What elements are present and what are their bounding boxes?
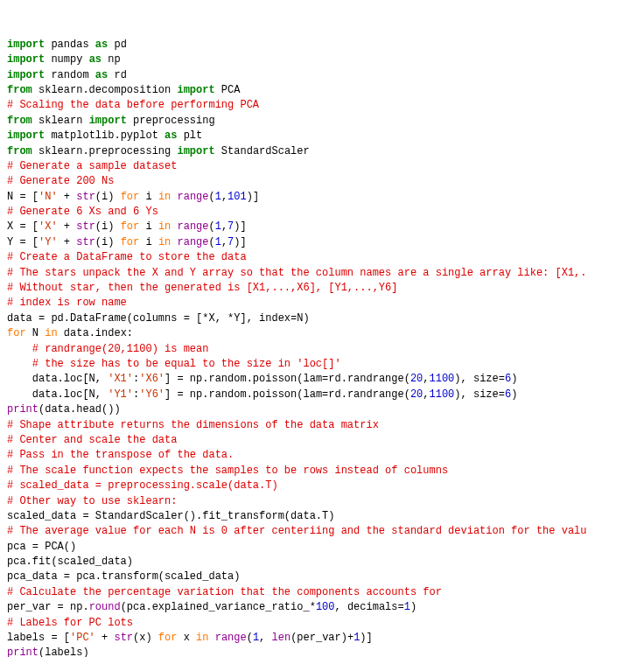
code-line: data = pd.DataFrame(columns = [*X, *Y], … [7,311,637,326]
code-line: from sklearn.preprocessing import Standa… [7,144,637,159]
code-comment: # The average value for each N is 0 afte… [7,524,637,539]
code-comment: # Labels for PC lots [7,616,637,631]
code-line: X = ['X' + str(i) for i in range(1,7)] [7,220,637,234]
code-line: from sklearn import preprocessing [7,114,637,129]
code-line: N = ['N' + str(i) for i in range(1,101)] [7,190,637,205]
code-comment: # Pass in the transpose of the data. [7,448,637,463]
code-line: import random as rd [7,68,637,83]
code-comment: # The scale function expects the samples… [7,464,637,479]
code-line: Y = ['Y' + str(i) for i in range(1,7)] [7,235,637,250]
code-comment: # the size has to be equal to the size i… [7,357,637,372]
code-line: import matplotlib.pyplot as plt [7,129,637,143]
code-comment: # Without star, then the generated is [X… [7,281,637,296]
code-comment: # Other way to use sklearn: [7,494,637,509]
code-comment: # Create a DataFrame to store the data [7,250,637,265]
code-comment: # Scaling the data before performing PCA [7,98,637,113]
code-line: data.loc[N, 'X1':'X6'] = np.random.poiss… [7,372,637,387]
code-line: pca_data = pca.transform(scaled_data) [7,570,637,584]
code-comment: # Center and scale the data [7,433,637,448]
code-comment: # Generate a sample dataset [7,159,637,174]
code-line: scaled_data = StandardScaler().fit_trans… [7,509,637,524]
code-comment: # Generate 200 Ns [7,174,637,189]
code-line: for N in data.index: [7,326,637,341]
code-comment: # index is row name [7,296,637,311]
code-comment: # scaled_data = preprocessing.scale(data… [7,479,637,493]
code-line: import numpy as np [7,52,637,67]
code-line: print(labels) [7,646,637,657]
code-line: import pandas as pd [7,38,637,52]
code-comment: # The stars unpack the X and Y array so … [7,266,637,281]
code-line: from sklearn.decomposition import PCA [7,83,637,98]
code-line: print(data.head()) [7,402,637,417]
code-comment: # Calculate the percentage variation tha… [7,585,637,600]
code-comment: # Generate 6 Xs and 6 Ys [7,205,637,220]
code-comment: # Shape attribute returns the dimensions… [7,418,637,433]
code-line: pca = PCA() [7,540,637,555]
code-line: pca.fit(scaled_data) [7,555,637,570]
code-line: per_var = np.round(pca.explained_varianc… [7,600,637,615]
code-block: import pandas as pdimport numpy as npimp… [7,38,637,657]
code-line: labels = ['PC' + str(x) for x in range(1… [7,631,637,646]
code-comment: # randrange(20,1100) is mean [7,342,637,357]
code-line: data.loc[N, 'Y1':'Y6'] = np.random.poiss… [7,388,637,402]
